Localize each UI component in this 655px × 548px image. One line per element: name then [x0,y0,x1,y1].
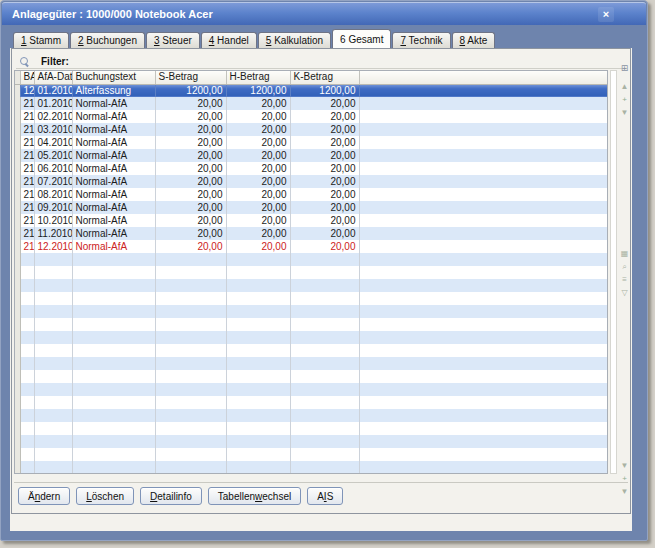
grid-icon[interactable]: ▦ [618,249,631,260]
cell-k: 20,00 [290,162,359,175]
table-header-row: BAAfA-DatBuchungstextS-BetragH-BetragK-B… [15,71,607,84]
cell-text: Normal-AfA [72,188,155,201]
table-empty-row[interactable] [15,357,607,370]
tab-stamm[interactable]: 1 Stamm [13,32,69,48]
tab-technik[interactable]: 7 Technik [392,32,450,48]
column-header-s-betrag[interactable]: S-Betrag [155,71,226,84]
table-empty-row[interactable] [15,422,607,435]
column-header-h-betrag[interactable]: H-Betrag [226,71,290,84]
cell-ba: 21 [20,201,34,214]
table-empty-row[interactable] [15,344,607,357]
tab-akte[interactable]: 8 Akte [452,32,496,48]
scroll-top-icon[interactable]: ▲ [618,82,631,93]
table-empty-row[interactable] [15,409,607,422]
tab-steuer[interactable]: 3 Steuer [146,32,200,48]
filter-funnel-icon[interactable]: ▽ [618,288,631,299]
tab-gesamt[interactable]: 6 Gesamt [332,29,391,48]
column-header-ba[interactable]: BA [20,71,34,84]
cell-h [226,461,290,474]
cell-ba [20,435,34,448]
cell-k: 20,00 [290,201,359,214]
table-empty-row[interactable] [15,305,607,318]
cell-text: Normal-AfA [72,110,155,123]
table-empty-row[interactable] [15,435,607,448]
title-bar[interactable]: Anlagegüter : 1000/000 Notebook Acer × [2,2,646,25]
filter-bar[interactable]: Filter: [16,54,626,69]
table-row[interactable]: 2101.2010Normal-AfA20,0020,0020,00 [15,97,607,110]
table-empty-row[interactable] [15,279,607,292]
cell-filler [359,279,607,292]
cell-k: 20,00 [290,175,359,188]
table-row[interactable]: 2105.2010Normal-AfA20,0020,0020,00 [15,149,607,162]
cell-k [290,383,359,396]
table-row[interactable]: 2108.2010Normal-AfA20,0020,0020,00 [15,188,607,201]
search-icon[interactable]: ⌕ [618,262,631,273]
cell-text [72,279,155,292]
cell-k: 20,00 [290,214,359,227]
cell-k: 20,00 [290,97,359,110]
table-empty-row[interactable] [15,318,607,331]
cell-k [290,448,359,461]
cell-h: 20,00 [226,149,290,162]
cell-date [34,331,72,344]
cell-h: 20,00 [226,240,290,253]
cell-h: 20,00 [226,97,290,110]
cell-s [155,383,226,396]
table-empty-row[interactable] [15,253,607,266]
table-empty-row[interactable] [15,448,607,461]
cell-filler [359,214,607,227]
column-header-afa-dat[interactable]: AfA-Dat [34,71,72,84]
cell-k: 20,00 [290,149,359,162]
table-empty-row[interactable] [15,383,607,396]
cell-s: 20,00 [155,97,226,110]
table-row[interactable]: 2111.2010Normal-AfA20,0020,0020,00 [15,227,607,240]
table-row[interactable]: 2107.2010Normal-AfA20,0020,0020,00 [15,175,607,188]
table-empty-row[interactable] [15,266,607,279]
column-header-k-betrag[interactable]: K-Betrag [290,71,359,84]
column-header-buchungstext[interactable]: Buchungstext [72,71,155,84]
cell-h [226,318,290,331]
cell-h [226,253,290,266]
column-chooser-icon[interactable]: ⊞ [618,63,631,74]
table-empty-row[interactable] [15,396,607,409]
cell-s [155,266,226,279]
table-empty-row[interactable] [15,331,607,344]
cell-date [34,357,72,370]
table-row[interactable]: 2102.2010Normal-AfA20,0020,0020,00 [15,110,607,123]
table-empty-row[interactable] [15,461,607,474]
plus-icon[interactable]: + [618,474,631,485]
vertical-scrollbar[interactable] [610,70,617,474]
cell-text: Normal-AfA [72,227,155,240]
cell-date [34,422,72,435]
list-icon[interactable]: ≡ [618,275,631,286]
cell-date: 01.2010 [34,97,72,110]
cell-k [290,396,359,409]
ais-button[interactable]: AIS [307,487,343,505]
cell-s [155,370,226,383]
lschen-button[interactable]: Löschen [76,487,134,505]
table-empty-row[interactable] [15,292,607,305]
table-row[interactable]: 2106.2010Normal-AfA20,0020,0020,00 [15,162,607,175]
ndern-button[interactable]: Ändern [18,487,70,505]
tab-handel[interactable]: 4 Handel [201,32,257,48]
table-row[interactable]: 2104.2010Normal-AfA20,0020,0020,00 [15,136,607,149]
table-empty-row[interactable] [15,370,607,383]
table-row[interactable]: 1201.2010Alterfassung1200,001200,001200,… [15,84,607,97]
table-row[interactable]: 2110.2010Normal-AfA20,0020,0020,00 [15,214,607,227]
cell-s [155,318,226,331]
close-icon[interactable]: × [598,7,614,22]
plus-icon[interactable]: + [618,95,631,106]
scroll-end-icon[interactable]: ▼ [618,487,631,498]
table-row[interactable]: 2112.2010Normal-AfA20,0020,0020,00 [15,240,607,253]
cell-text [72,344,155,357]
cell-filler [359,383,607,396]
table-row[interactable]: 2103.2010Normal-AfA20,0020,0020,00 [15,123,607,136]
tab-buchungen[interactable]: 2 Buchungen [70,32,145,48]
cell-h: 20,00 [226,110,290,123]
detailinfo-button[interactable]: Detailinfo [140,487,202,505]
tab-kalkulation[interactable]: 5 Kalkulation [258,32,331,48]
table-row[interactable]: 2109.2010Normal-AfA20,0020,0020,00 [15,201,607,214]
scroll-up-icon[interactable]: ▼ [618,108,631,119]
scroll-down-icon[interactable]: ▼ [618,461,631,472]
tabellenwechsel-button[interactable]: Tabellenwechsel [208,487,301,505]
